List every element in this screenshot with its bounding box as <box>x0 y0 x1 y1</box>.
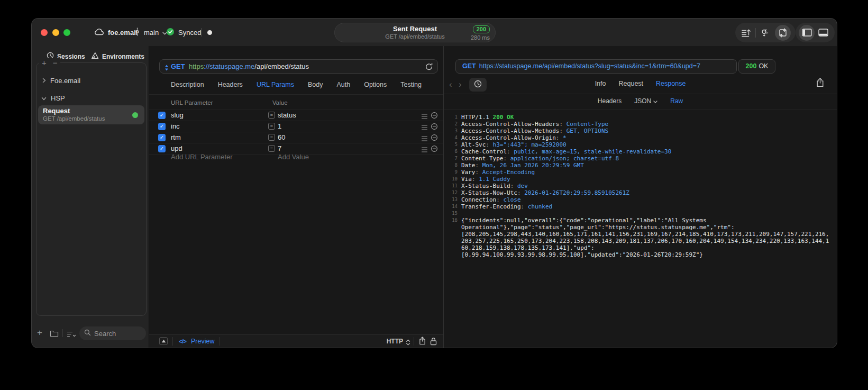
response-tab-request[interactable]: Request <box>619 80 644 87</box>
sessions-panel: + − Foe.email HSP Request GET /api/embed… <box>36 62 147 316</box>
sync-branches-icon[interactable] <box>760 25 771 41</box>
request-url[interactable]: https://statuspage.me/api/embed/status <box>189 62 309 70</box>
response-status-text: OK <box>759 62 768 70</box>
close-button[interactable] <box>41 29 48 36</box>
sort-list-icon[interactable] <box>67 330 76 340</box>
param-remove-icon[interactable] <box>431 112 438 121</box>
response-raw-lines[interactable]: 1HTTP/1.1 200 OK2Access-Control-Allow-He… <box>444 110 837 348</box>
line-number: 13 <box>444 196 461 203</box>
remove-session-button[interactable]: − <box>53 58 58 67</box>
param-enabled-checkbox[interactable]: ✓ <box>158 112 166 119</box>
tree-item-foe-email[interactable]: Foe.email <box>42 77 80 85</box>
sidebar: Sessions Environments + − Foe.email HSP <box>32 46 149 348</box>
response-status-code: 200 <box>746 62 757 70</box>
param-value[interactable]: 1 <box>278 121 281 132</box>
tree-item-hsp[interactable]: HSP <box>41 94 65 102</box>
param-remove-icon[interactable] <box>431 134 438 143</box>
param-enabled-checkbox[interactable]: ✓ <box>158 123 166 130</box>
response-url: https://statuspage.me/api/embed/status?s… <box>479 62 700 70</box>
response-tab-info[interactable]: Info <box>595 80 606 87</box>
tab-environments[interactable]: Environments <box>91 52 144 61</box>
project-menu[interactable]: foe.email <box>94 27 138 38</box>
response-panel: GEThttps://statuspage.me/api/embed/statu… <box>443 46 837 348</box>
request-method[interactable]: GET <box>171 62 185 70</box>
request-footer: </> Preview HTTP <box>149 334 443 348</box>
request-tab-url-params[interactable]: URL Params <box>257 81 294 88</box>
add-session-button[interactable]: + <box>42 58 47 67</box>
param-enabled-checkbox[interactable]: ✓ <box>158 134 166 141</box>
response-line: 203,257,225,165,250,173,204,223,158,208,… <box>444 238 837 244</box>
minimize-button[interactable] <box>52 29 59 36</box>
resend-icon[interactable] <box>425 62 433 72</box>
zoom-button[interactable] <box>63 29 70 36</box>
request-tab-description[interactable]: Description <box>171 81 204 88</box>
response-url-bar[interactable]: GEThttps://statuspage.me/api/embed/statu… <box>455 59 737 74</box>
preview-button[interactable]: Preview <box>191 335 214 348</box>
protocol-stepper-icon[interactable] <box>406 338 410 348</box>
toolbar-group-left <box>735 23 796 42</box>
divider <box>755 28 756 38</box>
request-tab-body[interactable]: Body <box>308 81 323 88</box>
sync-status[interactable]: Synced <box>166 27 201 38</box>
sync-request-icon[interactable] <box>775 25 791 41</box>
response-subtab-headers[interactable]: Headers <box>598 97 622 105</box>
response-tab-response[interactable]: Response <box>656 80 686 87</box>
share-icon[interactable] <box>419 337 426 347</box>
new-folder-icon[interactable] <box>50 330 59 339</box>
line-number: 4 <box>444 134 461 141</box>
response-line: 2Access-Control-Allow-Headers: Content-T… <box>444 121 837 128</box>
method-stepper-icon[interactable] <box>165 64 169 73</box>
request-tab-options[interactable]: Options <box>364 81 387 88</box>
lock-icon[interactable] <box>430 337 437 348</box>
add-value[interactable]: Add Value <box>278 152 309 162</box>
request-tab-auth[interactable]: Auth <box>336 81 350 88</box>
expand-panel-button[interactable] <box>159 337 168 345</box>
param-options-icon[interactable] <box>421 123 428 133</box>
export-list-icon[interactable] <box>740 25 752 41</box>
add-param-row: Add URL Parameter Add Value <box>149 152 443 162</box>
param-remove-icon[interactable] <box>431 123 438 132</box>
protocol-selector[interactable]: HTTP <box>387 335 403 348</box>
param-enabled-checkbox[interactable]: ✓ <box>158 145 166 152</box>
equals-icon: = <box>268 112 275 119</box>
add-request-button[interactable]: + <box>37 328 42 338</box>
param-row: ✓rtm=60 <box>149 132 443 143</box>
line-number <box>444 224 461 231</box>
divider <box>201 28 202 37</box>
param-row: ✓slug=status <box>149 110 443 121</box>
param-value[interactable]: 60 <box>278 132 285 143</box>
response-tabs: InfoRequestResponse <box>444 80 837 87</box>
app-window: foe.email main Synced Sent Request GET /… <box>32 19 837 348</box>
line-number: 6 <box>444 148 461 155</box>
equals-icon: = <box>268 134 275 141</box>
param-value[interactable]: status <box>278 110 296 121</box>
add-url-parameter[interactable]: Add URL Parameter <box>171 152 233 162</box>
request-list-item[interactable]: Request GET /api/embed/status <box>38 105 144 124</box>
divider <box>220 337 220 346</box>
search-input[interactable]: Search <box>79 326 146 340</box>
line-number: 14 <box>444 203 461 210</box>
param-name[interactable]: slug <box>171 110 184 121</box>
sent-request-summary[interactable]: Sent Request GET /api/embed/status 200 2… <box>334 23 496 42</box>
request-tab-headers[interactable]: Headers <box>218 81 243 88</box>
response-line: 7Content-Type: application/json; charset… <box>444 155 837 162</box>
branch-menu[interactable]: main <box>134 27 167 38</box>
divider <box>444 94 837 94</box>
param-name[interactable]: rtm <box>171 132 181 143</box>
response-subtab-raw[interactable]: Raw <box>670 97 683 105</box>
export-response-icon[interactable] <box>816 78 824 89</box>
sync-label: Synced <box>178 29 201 37</box>
code-icon[interactable]: </> <box>179 335 186 348</box>
request-tab-testing[interactable]: Testing <box>400 81 422 88</box>
line-number: 10 <box>444 176 461 183</box>
request-url-bar[interactable]: GET https://statuspage.me/api/embed/stat… <box>159 59 438 74</box>
toggle-sidebar-icon[interactable] <box>799 25 815 41</box>
response-subtab-json[interactable]: JSON <box>634 97 657 105</box>
line-number <box>444 251 461 258</box>
line-number: 2 <box>444 121 461 128</box>
toggle-bottom-panel-icon[interactable] <box>817 25 829 41</box>
response-method: GET <box>462 62 476 70</box>
param-name[interactable]: inc <box>171 121 180 132</box>
param-options-icon[interactable] <box>421 112 428 122</box>
param-options-icon[interactable] <box>421 134 428 144</box>
